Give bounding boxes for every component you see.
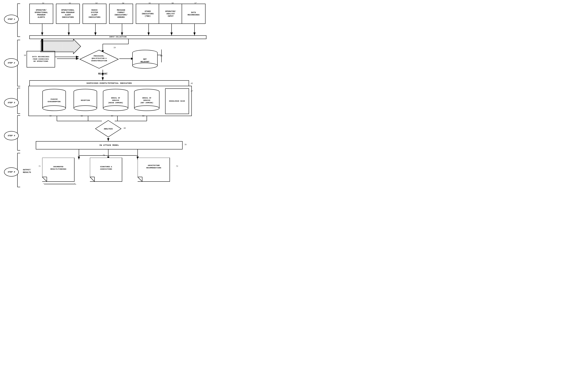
ref-59: 59 (114, 46, 116, 48)
cylinder-61: PASSIVE EAVESDROPPING 61 (42, 88, 66, 113)
svg-point-84 (74, 106, 97, 111)
step1-oval: STEP 1 (4, 15, 19, 24)
ref-57: 57 (194, 2, 196, 4)
ref-53: 53 (95, 2, 97, 4)
ref-51: 51 (42, 2, 44, 4)
ref-71: 71 (39, 165, 41, 167)
step5-oval: STEP 5 (4, 168, 19, 176)
box-51: OPERATOR/OPERATIONALPROGRAMALERTS (29, 4, 53, 24)
step2-oval: STEP 2 (4, 58, 19, 68)
step4-oval: STEP 4 (4, 131, 19, 140)
svg-text:CHARACTERIZATION: CHARACTERIZATION (91, 60, 107, 62)
svg-rect-126 (138, 182, 170, 183)
input-collection-bar: INPUT COLLECTION (29, 36, 206, 39)
step3-oval: STEP 3 (4, 98, 19, 107)
box-58: DATA RECORDINGSFROM EXERCISESOR OPERATIO… (27, 51, 55, 68)
svg-text:EAVESDROPPING: EAVESDROPPING (48, 101, 61, 103)
ref-63: 63 (111, 114, 113, 117)
svg-text:ANALYSIS: ANALYSIS (104, 128, 113, 130)
svg-point-90 (103, 106, 128, 111)
step2-label: STEP 2 (8, 62, 15, 64)
svg-point-77 (43, 106, 66, 111)
ref-73: 73 (176, 165, 178, 167)
svg-text:DECEPTION: DECEPTION (81, 100, 90, 102)
step5-label: STEP 5 (8, 171, 15, 173)
ref-65: 65 (191, 82, 193, 84)
ref-58: 58 (24, 54, 26, 56)
ref-61: 61 (50, 114, 52, 117)
box-56: OPERATOR/ANALYSTINPUT (159, 4, 183, 24)
svg-text:RECOMMENDATIONS: RECOMMENDATIONS (146, 167, 161, 169)
cylinder-64: DENIAL OF SERVICE (NET JAMMING) 64 (134, 88, 160, 113)
svg-text:ARCHITECTURE: ARCHITECTURE (148, 165, 160, 166)
ref-60: 60 (160, 55, 162, 57)
cylinder-62: DECEPTION 62 (73, 88, 97, 113)
box-52: OPERATIONALNON-PROGRAMALERTINDICATORS (56, 4, 80, 24)
svg-text:PASSIVE: PASSIVE (51, 98, 58, 100)
knowledge-base-box: KNOWLEDGE BASE (165, 88, 189, 114)
svg-text:DENIAL OF: DENIAL OF (111, 97, 120, 99)
suspicious-events-box: SUSPICIOUS EVENTS/POTENTIAL INDICATORS (29, 80, 189, 86)
ref-64: 64 (142, 114, 144, 117)
ref-67: 67 (191, 90, 193, 92)
ref-66: 66 (124, 127, 126, 129)
svg-text:SERVICE: SERVICE (143, 100, 150, 102)
box-54: MESSAGEFORMATINDICATORS/ERRORS (109, 4, 133, 24)
svg-text:(NOISE JAMMING): (NOISE JAMMING) (108, 102, 123, 104)
ref-72: 72 (103, 154, 105, 156)
svg-text:DOCUMENTED: DOCUMENTED (53, 166, 64, 168)
svg-text:QUALIFICATION &: QUALIFICATION & (92, 58, 107, 60)
box-55: OTHERINDICATORS(TBD) (136, 4, 160, 24)
svg-text:SERVICE: SERVICE (112, 100, 119, 102)
ref-70: 70 (184, 144, 186, 146)
svg-text:ASSOCIATIONS: ASSOCIATIONS (100, 168, 112, 170)
not-relevant-container: NOT RELEVANT 60 (132, 49, 158, 69)
analysis-diamond-container: ANALYSIS 66 (95, 120, 122, 138)
ref-55: 55 (149, 2, 151, 4)
ref-52: 52 (69, 2, 71, 4)
svg-marker-122 (138, 158, 170, 182)
relevant-label: RELEVANT (98, 72, 107, 74)
svg-text:RESULTS/FINDINGS: RESULTS/FINDINGS (51, 168, 66, 170)
output-label: OUTPUT/RESULTS (23, 169, 31, 174)
svg-rect-118 (90, 182, 122, 183)
attack-model-box: IW ATTACK MODEL (36, 141, 183, 150)
box-57: DATARECORDINGS (182, 4, 205, 24)
processing-diamond-container: PROCESSING, QUALIFICATION & CHARACTERIZA… (79, 49, 119, 69)
svg-text:(NET JAMMING): (NET JAMMING) (140, 102, 153, 104)
doc-72: SIGNATURES & ASSOCIATIONS 72 (90, 158, 127, 185)
svg-point-98 (134, 106, 159, 111)
svg-rect-110 (42, 182, 74, 183)
ref-56: 56 (172, 2, 174, 4)
ref-62: 62 (81, 114, 83, 117)
step4-label: STEP 4 (8, 134, 15, 137)
svg-text:NOT: NOT (143, 58, 147, 60)
doc-73: ARCHITECTURE RECOMMENDATIONS 73 (138, 158, 174, 185)
svg-point-70 (132, 63, 157, 68)
svg-text:DENIAL OF: DENIAL OF (142, 97, 151, 99)
ref-54: 54 (122, 2, 124, 4)
diagram: STEP 1 STEP 2 STEP 3 STEP 4 STEP 5 OPERA… (0, 0, 294, 196)
step3-label: STEP 3 (8, 102, 15, 104)
cylinder-63: DENIAL OF SERVICE (NOISE JAMMING) 63 (103, 88, 128, 113)
doc-71: DOCUMENTED RESULTS/FINDINGS 71 (42, 158, 79, 185)
box-53: RADIOSYSTEMALERTINDICATORS (83, 4, 106, 24)
svg-text:SIGNATURES &: SIGNATURES & (100, 166, 112, 168)
svg-text:RELEVANT: RELEVANT (141, 61, 149, 63)
svg-text:PROCESSING,: PROCESSING, (94, 55, 104, 57)
step1-label: STEP 1 (8, 18, 15, 20)
